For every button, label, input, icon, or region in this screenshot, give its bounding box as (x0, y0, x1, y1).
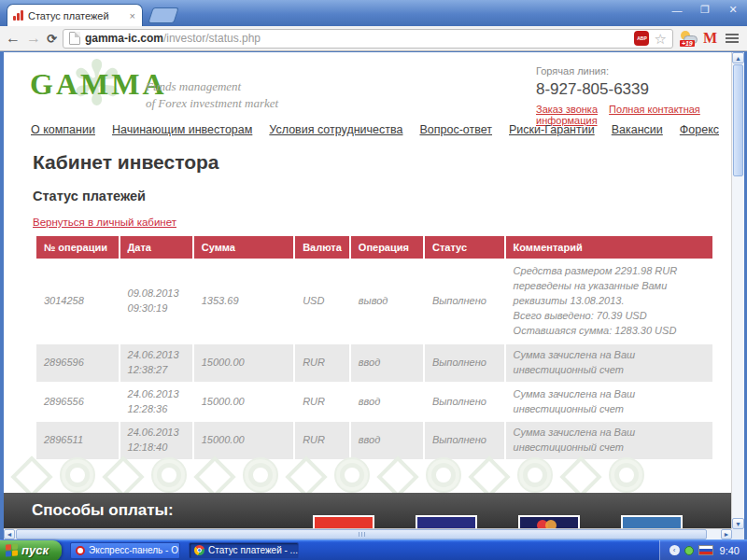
nav-link-3[interactable]: Вопрос-ответ (419, 123, 492, 136)
taskbar-task-opera[interactable]: Экспресс-панель - О... (70, 542, 180, 559)
payment-card-blue-logo (621, 515, 683, 529)
column-header: Сумма (194, 236, 293, 259)
table-row: 289659624.06.201312:38:2715000.00RURввод… (36, 344, 712, 382)
cell-status: Выполнено (425, 344, 504, 382)
task-label: Экспресс-панель - О... (89, 545, 180, 555)
forward-button[interactable]: → (26, 31, 41, 46)
cell-amount: 15000.00 (194, 344, 293, 382)
column-header: Дата (120, 236, 192, 259)
windows-logo-icon (6, 543, 18, 556)
cell-currency: RUR (295, 384, 349, 421)
nav-link-1[interactable]: Начинающим инвесторам (112, 123, 252, 136)
url-text: gamma-ic.com/investor/status.php (85, 32, 630, 45)
tab-close-icon[interactable]: × (129, 10, 136, 21)
nav-link-5[interactable]: Вакансии (612, 123, 663, 136)
taskbar: пуск Экспресс-панель - О...Статус платеж… (0, 539, 747, 560)
cell-date: 24.06.201312:38:27 (120, 344, 192, 382)
ornament-shape (468, 455, 510, 493)
cell-status: Выполнено (425, 260, 504, 343)
cell-date: 24.06.201312:28:36 (120, 384, 192, 421)
payments-table: № операцииДатаСуммаВалютаОперацияСтатусК… (35, 234, 714, 461)
order-call-link[interactable]: Заказ звонка (536, 104, 598, 115)
system-tray: ‹ 9:40 (659, 540, 747, 560)
logo-tagline: Funds management of Forex investment mar… (146, 78, 278, 112)
column-header: Валюта (295, 236, 349, 259)
cell-currency: USD (295, 260, 349, 343)
cell-operation-id: 2896596 (36, 344, 119, 382)
guilloche-ornament (4, 454, 732, 493)
back-to-cabinet-link[interactable]: Вернуться в личный кабинет (33, 217, 176, 228)
tray-agent-icon[interactable] (684, 546, 694, 555)
payment-card-navy-logo (416, 515, 477, 529)
section-title: Статус платежей (33, 189, 146, 203)
scroll-right-icon[interactable]: ► (721, 529, 732, 539)
table-header-row: № операцииДатаСуммаВалютаОперацияСтатусК… (36, 236, 712, 259)
language-flag-icon[interactable] (698, 545, 713, 555)
vertical-scroll-thumb[interactable] (733, 64, 743, 176)
horizontal-scrollbar[interactable]: ◄ ► (4, 528, 732, 539)
task-label: Статус платежей - ... (208, 545, 298, 555)
column-header: Комментарий (506, 236, 712, 259)
nav-link-4[interactable]: Риски-Гарантии (509, 123, 595, 136)
payment-card-mastercard-logo (518, 515, 580, 529)
cell-amount: 1353.69 (194, 260, 293, 343)
cell-currency: RUR (295, 344, 349, 382)
page-title: Кабинет инвестора (33, 151, 219, 174)
scroll-down-icon[interactable]: ▼ (732, 518, 744, 529)
scroll-up-icon[interactable]: ▲ (732, 52, 744, 63)
window-close-button[interactable]: ✕ (722, 2, 744, 18)
cell-operation: вывод (351, 260, 423, 343)
hotline-block: Горячая линия: 8-927-805-6339 Заказ звон… (536, 65, 732, 126)
scrollbar-corner (732, 529, 744, 539)
ornament-shape (193, 455, 235, 493)
cell-comment: Сумма зачислена на Ваш инвестиционный сч… (506, 384, 712, 421)
nav-link-6[interactable]: Форекс (680, 123, 719, 136)
reload-button[interactable]: ⟳ (47, 32, 57, 46)
chrome-menu-icon[interactable] (723, 34, 741, 43)
taskbar-task-chrome[interactable]: Статус платежей - ... (189, 542, 299, 559)
table-body: 301425809.08.201309:30:191353.69USDвывод… (36, 260, 712, 459)
cell-operation: ввод (351, 344, 423, 382)
hotline-label: Горячая линия: (536, 65, 732, 77)
nav-link-2[interactable]: Условия сотрудничества (269, 123, 402, 136)
window-minimize-button[interactable]: — (666, 2, 688, 18)
taskbar-clock: 9:40 (720, 545, 740, 556)
start-button[interactable]: пуск (0, 540, 62, 560)
weather-badge: +19 (680, 40, 695, 47)
url-domain: gamma-ic.com (85, 32, 163, 45)
nav-link-0[interactable]: О компании (31, 123, 95, 136)
vertical-scrollbar[interactable]: ▲ ▼ (731, 52, 744, 529)
browser-toolbar: ← → ⟳ gamma-ic.com/investor/status.php A… (0, 26, 747, 51)
ornament-shape (426, 457, 461, 493)
new-tab-button[interactable] (148, 7, 179, 23)
cell-comment: Сумма зачислена на Ваш инвестиционный сч… (506, 344, 712, 382)
column-header: Статус (425, 236, 504, 259)
payment-card-red-logo (313, 515, 374, 529)
adblock-icon[interactable]: ABP (634, 31, 649, 46)
ornament-shape (243, 457, 278, 493)
page-icon (69, 32, 80, 45)
ornament-shape (334, 457, 370, 493)
horizontal-scroll-thumb[interactable] (16, 529, 707, 539)
url-path: /investor/status.php (163, 32, 261, 45)
weather-extension-icon[interactable]: +19 (679, 30, 698, 47)
hotline-phone: 8-927-805-6339 (536, 80, 732, 99)
bookmark-star-icon[interactable]: ☆ (654, 32, 666, 46)
cell-operation: ввод (351, 384, 423, 421)
gmail-extension-icon[interactable]: M (703, 30, 717, 47)
scroll-left-icon[interactable]: ◄ (4, 529, 15, 539)
browser-tab[interactable]: Статус платежей × (7, 4, 143, 26)
ornament-shape (517, 457, 553, 493)
tab-title: Статус платежей (28, 10, 124, 21)
cell-operation-id: 2896556 (36, 384, 119, 421)
cell-status: Выполнено (425, 384, 504, 421)
cell-date: 09.08.201309:30:19 (120, 260, 192, 343)
back-button[interactable]: ← (6, 31, 21, 46)
window-restore-button[interactable]: ❐ (694, 2, 716, 18)
ornament-shape (102, 455, 144, 493)
tray-collapse-icon[interactable]: ‹ (669, 545, 680, 555)
cell-amount: 15000.00 (194, 384, 293, 421)
ornament-shape (609, 457, 644, 493)
address-bar[interactable]: gamma-ic.com/investor/status.php ABP ☆ (63, 29, 673, 49)
ornament-shape (285, 455, 327, 493)
